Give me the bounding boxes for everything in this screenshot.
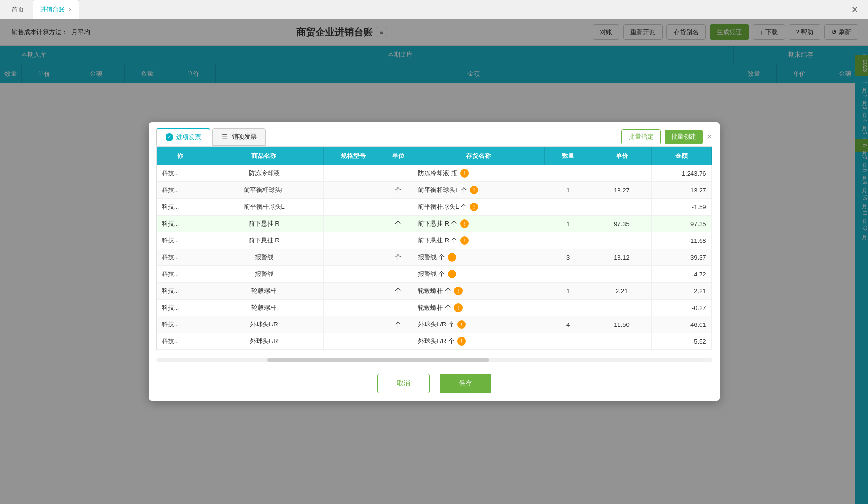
cell-unit bbox=[383, 266, 413, 283]
cell-qty: 1 bbox=[544, 283, 592, 300]
cell-supplier: 科技... bbox=[157, 300, 204, 316]
cell-qty bbox=[544, 232, 592, 249]
stock-name-text: 轮毂螺杆 个 bbox=[418, 303, 451, 312]
cell-supplier: 科技... bbox=[157, 216, 204, 232]
stock-name-text: 前平衡杆球头L 个 bbox=[418, 186, 466, 194]
modal-header-actions: 批量指定 批量创建 × bbox=[621, 129, 712, 144]
th-spec: 规格型号 bbox=[323, 147, 383, 165]
cell-supplier: 科技... bbox=[157, 199, 204, 216]
cell-stock-name: 轮毂螺杆 个! bbox=[413, 283, 544, 300]
table-row[interactable]: 科技...前平衡杆球头L前平衡杆球头L 个!-1.59 bbox=[157, 199, 712, 216]
table-row[interactable]: 科技...前下悬挂 R个前下悬挂 R 个!197.3597.35 bbox=[157, 216, 712, 232]
table-row[interactable]: 科技...报警线个报警线 个!313.1239.37 bbox=[157, 249, 712, 266]
table-row[interactable]: 科技...外球头L/R外球头L/R 个!-5.52 bbox=[157, 333, 712, 350]
tab-purchase-invoice[interactable]: ✓ 进项发票 bbox=[156, 128, 210, 146]
stock-name-text: 外球头L/R 个 bbox=[418, 320, 454, 329]
cell-stock-name: 前平衡杆球头L 个! bbox=[413, 199, 544, 216]
cell-unit: 个 bbox=[383, 249, 413, 266]
cell-amount: 2.21 bbox=[652, 283, 711, 300]
modal-scrollbar[interactable] bbox=[156, 358, 712, 362]
tab-close-icon[interactable]: × bbox=[69, 6, 72, 13]
cell-qty: 1 bbox=[544, 182, 592, 199]
modal-table-head: 你 商品名称 规格型号 单位 存货名称 数量 单价 金额 bbox=[157, 147, 712, 165]
stock-name-text: 轮毂螺杆 个 bbox=[418, 287, 451, 295]
th-supplier: 你 bbox=[157, 147, 204, 165]
cell-amount: -1,243.76 bbox=[652, 165, 711, 182]
cell-spec bbox=[323, 182, 383, 199]
save-button[interactable]: 保存 bbox=[440, 374, 491, 393]
table-row[interactable]: 科技...报警线报警线 个!-4.72 bbox=[157, 266, 712, 283]
modal-table-wrapper[interactable]: 你 商品名称 规格型号 单位 存货名称 数量 单价 金额 科技...防冻冷却液防… bbox=[156, 146, 712, 351]
batch-assign-button[interactable]: 批量指定 bbox=[621, 129, 661, 144]
th-unit: 单位 bbox=[383, 147, 413, 165]
cell-product: 前下悬挂 R bbox=[204, 232, 323, 249]
cancel-button[interactable]: 取消 bbox=[377, 374, 430, 393]
cell-supplier: 科技... bbox=[157, 232, 204, 249]
cell-spec bbox=[323, 232, 383, 249]
cell-unit-price bbox=[592, 232, 651, 249]
th-qty: 数量 bbox=[544, 147, 592, 165]
stock-name-text: 外球头L/R 个 bbox=[418, 337, 454, 346]
purchase-tab-icon: ✓ bbox=[166, 133, 173, 141]
modal-table: 你 商品名称 规格型号 单位 存货名称 数量 单价 金额 科技...防冻冷却液防… bbox=[157, 147, 712, 350]
warn-icon: ! bbox=[448, 270, 456, 278]
cell-product: 外球头L/R bbox=[204, 316, 323, 333]
cell-product: 前下悬挂 R bbox=[204, 216, 323, 232]
table-row[interactable]: 科技...轮毂螺杆轮毂螺杆 个!-0.27 bbox=[157, 300, 712, 316]
stock-name-text: 前平衡杆球头L 个 bbox=[418, 203, 466, 211]
cell-spec bbox=[323, 316, 383, 333]
table-row[interactable]: 科技...前下悬挂 R前下悬挂 R 个!-11.68 bbox=[157, 232, 712, 249]
warn-icon: ! bbox=[454, 303, 463, 312]
cell-stock-name: 前下悬挂 R 个! bbox=[413, 232, 544, 249]
cell-unit-price bbox=[592, 333, 651, 350]
cell-supplier: 科技... bbox=[157, 249, 204, 266]
tab-home[interactable]: 首页 bbox=[5, 0, 31, 19]
window-close-button[interactable]: ✕ bbox=[846, 4, 863, 15]
cell-qty bbox=[544, 165, 592, 182]
sale-tab-label: 销项发票 bbox=[232, 132, 257, 141]
th-product: 商品名称 bbox=[204, 147, 323, 165]
table-header-row: 你 商品名称 规格型号 单位 存货名称 数量 单价 金额 bbox=[157, 147, 712, 165]
cell-stock-name: 报警线 个! bbox=[413, 266, 544, 283]
cell-unit-price: 13.12 bbox=[592, 249, 651, 266]
table-row[interactable]: 科技...前平衡杆球头L个前平衡杆球头L 个!113.2713.27 bbox=[157, 182, 712, 199]
stock-name-text: 防冻冷却液 瓶 bbox=[418, 169, 457, 178]
main-area: 销售成本计算方法： 月平均 商贸企业进销台账 ≡ 对账 重新开账 存货别名 生成… bbox=[0, 19, 868, 504]
warn-icon: ! bbox=[448, 253, 456, 262]
cell-supplier: 科技... bbox=[157, 266, 204, 283]
table-row[interactable]: 科技...防冻冷却液防冻冷却液 瓶!-1,243.76 bbox=[157, 165, 712, 182]
cell-unit bbox=[383, 165, 413, 182]
warn-icon: ! bbox=[460, 236, 469, 245]
cell-product: 报警线 bbox=[204, 249, 323, 266]
tab-sale-invoice[interactable]: ☰ 销项发票 bbox=[212, 128, 266, 146]
cell-unit bbox=[383, 333, 413, 350]
cell-product: 报警线 bbox=[204, 266, 323, 283]
cell-amount: 39.37 bbox=[652, 249, 711, 266]
modal-close-button[interactable]: × bbox=[707, 132, 712, 142]
cell-spec bbox=[323, 199, 383, 216]
cell-unit-price bbox=[592, 300, 651, 316]
cell-unit-price: 13.27 bbox=[592, 182, 651, 199]
cell-unit bbox=[383, 232, 413, 249]
table-row[interactable]: 科技...轮毂螺杆个轮毂螺杆 个!12.212.21 bbox=[157, 283, 712, 300]
warn-icon: ! bbox=[460, 219, 469, 228]
stock-name-text: 报警线 个 bbox=[418, 253, 445, 262]
stock-name-text: 前下悬挂 R 个 bbox=[418, 236, 457, 245]
cell-supplier: 科技... bbox=[157, 165, 204, 182]
cell-qty bbox=[544, 300, 592, 316]
cell-stock-name: 报警线 个! bbox=[413, 249, 544, 266]
cell-spec bbox=[323, 249, 383, 266]
cell-amount: 13.27 bbox=[652, 182, 711, 199]
cell-unit: 个 bbox=[383, 182, 413, 199]
cell-spec bbox=[323, 333, 383, 350]
batch-create-button[interactable]: 批量创建 bbox=[665, 130, 703, 144]
cell-spec bbox=[323, 283, 383, 300]
table-row[interactable]: 科技...外球头L/R个外球头L/R 个!411.5046.01 bbox=[157, 316, 712, 333]
modal-overlay: ✓ 进项发票 ☰ 销项发票 批量指定 批量创建 × bbox=[0, 19, 868, 504]
cell-unit-price bbox=[592, 165, 651, 182]
stock-name-text: 前下悬挂 R 个 bbox=[418, 219, 457, 228]
cell-qty: 1 bbox=[544, 216, 592, 232]
cell-supplier: 科技... bbox=[157, 316, 204, 333]
cell-stock-name: 外球头L/R 个! bbox=[413, 316, 544, 333]
tab-active[interactable]: 进销台账 × bbox=[33, 0, 79, 19]
